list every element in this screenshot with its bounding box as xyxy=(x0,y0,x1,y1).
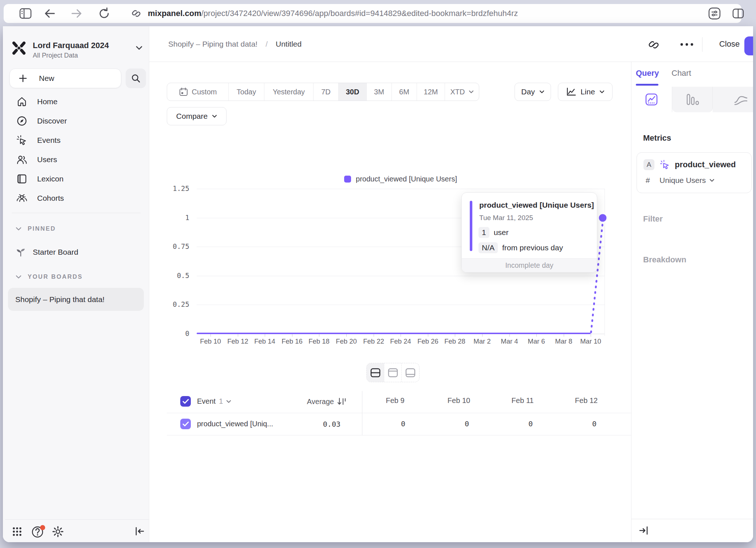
layout-chart-only-button[interactable] xyxy=(384,363,402,382)
browser-reload-icon[interactable] xyxy=(98,7,111,20)
sidebar-item-starter-board[interactable]: Starter Board xyxy=(3,243,149,262)
sidebar-item-cohorts[interactable]: Cohorts xyxy=(3,188,149,208)
range-3m[interactable]: 3M xyxy=(367,83,392,101)
collapse-sidebar-icon[interactable] xyxy=(134,526,146,536)
range-custom[interactable]: Custom xyxy=(167,83,229,101)
save-button-partial[interactable] xyxy=(744,36,753,55)
gear-icon[interactable] xyxy=(52,525,64,538)
browser-page-settings-icon[interactable] xyxy=(707,7,722,20)
sidebar-item-events[interactable]: Events xyxy=(3,130,149,150)
board-item-label: Shopify – Piping that data! xyxy=(15,295,105,304)
browser-split-view-icon[interactable] xyxy=(732,8,745,19)
tooltip-date: Tue Mar 11, 2025 xyxy=(479,214,533,222)
apps-grid-icon[interactable] xyxy=(11,525,23,538)
tab-query[interactable]: Query xyxy=(636,68,659,78)
range-6m[interactable]: 6M xyxy=(392,83,417,101)
row-checkbox[interactable] xyxy=(180,419,191,429)
range-30d-selected[interactable]: 30D xyxy=(339,83,367,101)
range-12m[interactable]: 12M xyxy=(417,83,445,101)
event-icon xyxy=(659,159,670,170)
help-icon[interactable] xyxy=(31,525,46,539)
range-today[interactable]: Today xyxy=(229,83,264,101)
sidebar-item-lexicon[interactable]: Lexicon xyxy=(3,169,149,188)
browser-url-bar[interactable]: mixpanel.com/project/3472420/view/397469… xyxy=(4,4,741,23)
browser-sidebar-toggle-icon[interactable] xyxy=(19,7,32,20)
browser-back-icon[interactable] xyxy=(44,8,56,19)
breadcrumb-page[interactable]: Untitled xyxy=(276,40,302,48)
x-tick-label: Mar 8 xyxy=(555,337,572,345)
url-field[interactable]: mixpanel.com/project/3472420/view/397469… xyxy=(148,4,518,23)
y-tick-label: 1.25 xyxy=(153,184,189,192)
report-area: Custom Today Yesterday 7D 30D 3M 6M 12M … xyxy=(149,62,631,542)
aggregation-label: Unique Users xyxy=(659,176,706,185)
compare-dropdown[interactable]: Compare xyxy=(167,107,227,125)
copy-link-icon[interactable] xyxy=(647,39,660,51)
x-tick-label: Feb 10 xyxy=(200,337,221,345)
workspace-switcher[interactable]: Lord Farquaad 2024 All Project Data xyxy=(33,41,109,59)
table-column-divider xyxy=(362,391,362,435)
event-column-header[interactable]: Event 1 xyxy=(197,397,231,406)
x-tick-label: Feb 22 xyxy=(363,337,384,345)
lexicon-book-icon xyxy=(16,173,28,185)
active-tab-underline xyxy=(636,84,658,86)
range-label: Yesterday xyxy=(273,88,305,96)
range-xtd[interactable]: XTD xyxy=(445,83,479,101)
browser-forward-icon[interactable] xyxy=(70,8,83,19)
aggregation-dropdown[interactable]: Unique Users xyxy=(659,176,714,185)
x-tick xyxy=(319,334,319,337)
date-column-header: Feb 12 xyxy=(575,396,598,405)
sidebar-item-home[interactable]: Home xyxy=(3,92,149,111)
x-tick-label: Feb 14 xyxy=(254,337,275,345)
date-column-header: Feb 10 xyxy=(448,396,470,405)
insights-report-tab[interactable] xyxy=(631,87,672,112)
funnels-report-tab[interactable] xyxy=(672,87,713,112)
metric-card[interactable]: A product_viewed # Unique Users xyxy=(637,152,752,193)
workspace-name: Lord Farquaad 2024 xyxy=(33,41,109,50)
collapse-panel-icon[interactable] xyxy=(638,525,650,536)
range-label: 7D xyxy=(321,88,331,96)
search-button[interactable] xyxy=(126,68,146,88)
breadcrumb-board[interactable]: Shopify – Piping that data! xyxy=(168,40,257,48)
search-icon xyxy=(131,73,141,83)
workspace-chevron-down-icon[interactable] xyxy=(135,45,143,51)
board-header: Shopify – Piping that data! / Untitled C… xyxy=(149,26,753,62)
your-boards-label: YOUR BOARDS xyxy=(28,273,83,280)
metric-letter-badge: A xyxy=(643,159,654,170)
x-tick xyxy=(536,334,537,337)
sidebar-item-board-shopify[interactable]: Shopify – Piping that data! xyxy=(8,288,144,311)
filter-section-label: Filter xyxy=(643,214,663,224)
chart-type-dropdown[interactable]: Line xyxy=(558,83,613,101)
pinned-section-header[interactable]: PINNED xyxy=(15,225,56,232)
metrics-section-label: Metrics xyxy=(643,133,671,143)
tooltip-title: product_viewed [Unique Users] xyxy=(479,201,594,210)
range-label: 6M xyxy=(399,88,409,96)
granularity-dropdown[interactable]: Day xyxy=(515,83,551,101)
range-label: Custom xyxy=(192,88,217,96)
flows-report-tab[interactable] xyxy=(713,87,753,112)
table-cell-value: 0 xyxy=(422,419,469,428)
layout-table-only-button[interactable] xyxy=(402,363,419,382)
select-all-checkbox[interactable] xyxy=(180,396,191,407)
breakdown-section-label: Breakdown xyxy=(643,255,686,265)
new-button[interactable]: New xyxy=(9,68,121,88)
average-column-header[interactable]: Average xyxy=(269,397,347,406)
range-7d[interactable]: 7D xyxy=(314,83,339,101)
x-tick-label: Mar 10 xyxy=(580,337,601,345)
sidebar-item-discover[interactable]: Discover xyxy=(3,111,149,130)
mixpanel-logo-icon xyxy=(10,39,28,57)
range-yesterday[interactable]: Yesterday xyxy=(264,83,314,101)
chart-legend[interactable]: product_viewed [Unique Users] xyxy=(344,175,457,183)
layout-split-button[interactable] xyxy=(367,363,384,382)
more-options-icon[interactable] xyxy=(679,42,695,47)
url-link-icon xyxy=(130,8,142,19)
close-button[interactable]: Close xyxy=(713,36,746,52)
x-tick xyxy=(564,334,564,337)
y-tick-label: 1 xyxy=(153,214,189,222)
sidebar-item-users[interactable]: Users xyxy=(3,150,149,169)
your-boards-section-header[interactable]: YOUR BOARDS xyxy=(15,273,83,280)
table-row-event-name[interactable]: product_viewed [Uniq... xyxy=(197,420,306,428)
app-window: Lord Farquaad 2024 All Project Data New … xyxy=(3,26,753,542)
tab-chart[interactable]: Chart xyxy=(672,68,691,78)
tooltip-value-unit: user xyxy=(494,228,509,237)
x-tick-label: Feb 18 xyxy=(308,337,330,345)
